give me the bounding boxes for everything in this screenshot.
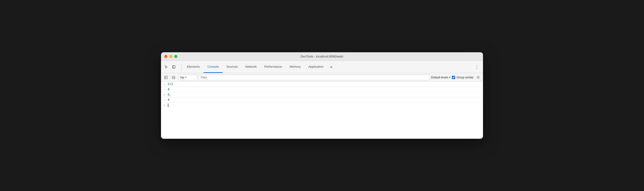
tab-bar-separator bbox=[182, 63, 182, 71]
minimize-button[interactable] bbox=[169, 55, 172, 58]
console-row: › 2+2 bbox=[161, 82, 483, 87]
console-settings-button[interactable] bbox=[475, 74, 481, 81]
context-selector[interactable]: top ▾ bbox=[178, 75, 197, 80]
svg-line-7 bbox=[173, 76, 174, 78]
group-similar-label: Group similar bbox=[456, 76, 474, 79]
default-levels-button[interactable]: Default levels ▾ bbox=[431, 76, 450, 79]
more-tabs-button[interactable]: » bbox=[328, 61, 334, 73]
tab-bar-icons bbox=[163, 61, 180, 73]
tab-network[interactable]: Network bbox=[242, 61, 261, 73]
traffic-lights bbox=[161, 55, 178, 58]
console-prompt-arrow: › bbox=[161, 104, 168, 107]
console-row: ← 4 bbox=[161, 87, 483, 92]
devtools-menu-button[interactable]: ⋮ bbox=[474, 64, 480, 70]
console-row: ← 4 bbox=[161, 97, 483, 103]
devtools-window: DevTools - localhost:8080/web/ Elements bbox=[161, 52, 483, 139]
tab-performance[interactable]: Performance bbox=[260, 61, 286, 73]
console-output-text: 4 bbox=[168, 88, 481, 91]
row-expand-arrow[interactable]: › bbox=[161, 83, 168, 86]
row-return-arrow: ← bbox=[161, 99, 168, 101]
cursor bbox=[168, 104, 168, 107]
levels-arrow: ▾ bbox=[449, 76, 450, 79]
tab-sources[interactable]: Sources bbox=[222, 61, 242, 73]
svg-point-8 bbox=[478, 77, 478, 78]
tab-console[interactable]: Console bbox=[204, 61, 222, 73]
tab-bar: Elements Console Sources Network Perform… bbox=[161, 61, 483, 73]
tab-bar-right: ⋮ bbox=[468, 61, 483, 73]
console-input-text: $_ bbox=[168, 93, 481, 96]
device-toolbar-button[interactable] bbox=[170, 64, 177, 70]
svg-marker-5 bbox=[166, 77, 167, 78]
group-similar-checkbox[interactable] bbox=[452, 76, 455, 79]
console-input-text: 2+2 bbox=[168, 82, 481, 86]
tab-application[interactable]: Application bbox=[305, 61, 328, 73]
maximize-button[interactable] bbox=[174, 55, 178, 58]
tab-elements[interactable]: Elements bbox=[183, 61, 204, 73]
close-button[interactable] bbox=[164, 55, 168, 58]
context-selector-arrow: ▾ bbox=[185, 76, 186, 79]
console-row: › $_ bbox=[161, 92, 483, 97]
console-prompt-input[interactable] bbox=[168, 104, 481, 107]
filter-input[interactable] bbox=[201, 76, 428, 79]
title-bar: DevTools - localhost:8080/web/ bbox=[161, 52, 483, 61]
row-return-arrow: ← bbox=[161, 88, 168, 91]
show-console-sidebar-button[interactable] bbox=[163, 74, 169, 81]
row-expand-arrow[interactable]: › bbox=[161, 93, 168, 96]
console-content: › 2+2 ← 4 › $_ ← 4 › bbox=[161, 82, 483, 139]
window-title: DevTools - localhost:8080/web/ bbox=[300, 55, 344, 58]
group-similar-checkbox-wrap[interactable]: Group similar bbox=[452, 76, 474, 79]
filter-input-wrap bbox=[198, 75, 430, 80]
clear-console-button[interactable] bbox=[170, 74, 177, 81]
inspect-element-button[interactable] bbox=[163, 64, 170, 70]
tab-memory[interactable]: Memory bbox=[286, 61, 305, 73]
console-output-text: 4 bbox=[168, 98, 481, 102]
console-input-row[interactable]: › bbox=[161, 103, 483, 108]
console-toolbar: top ▾ Default levels ▾ Group similar bbox=[161, 73, 483, 82]
svg-rect-1 bbox=[173, 66, 175, 68]
